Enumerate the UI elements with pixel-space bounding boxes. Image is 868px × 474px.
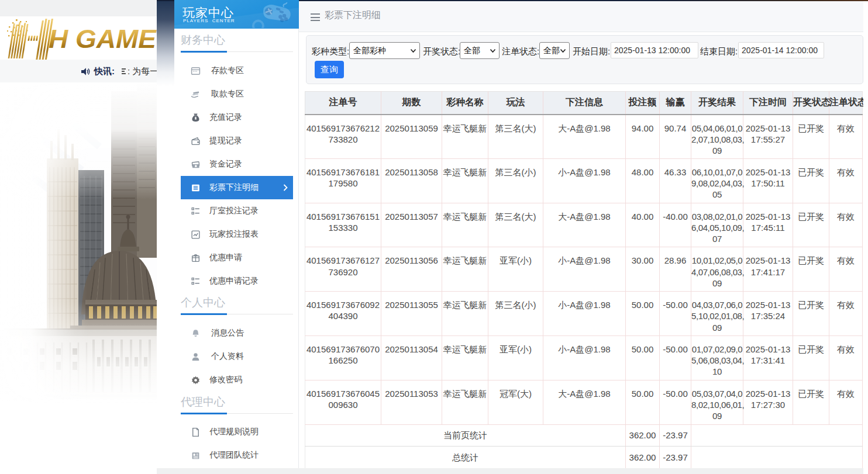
svg-text:H GAME: H GAME	[49, 24, 157, 54]
